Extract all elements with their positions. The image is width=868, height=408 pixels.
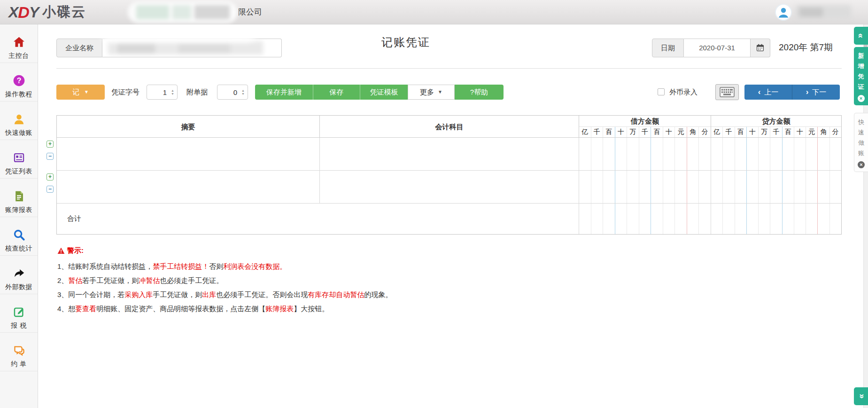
digit-col-百-2[interactable] [603,171,615,203]
digit-col-万-4[interactable] [627,138,639,170]
sidebar-item-audit-stats[interactable]: 核查统计 [0,217,38,256]
digit-col-千-5[interactable] [639,171,651,203]
new-voucher-label: 新增凭证 [854,51,868,92]
collapse-down-button[interactable]: « [854,387,868,405]
digit-col-万-4[interactable] [627,171,639,203]
digit-col-万-4[interactable] [759,171,770,203]
digit-col-亿-0[interactable] [711,138,723,170]
next-voucher-button[interactable]: › 下一 [792,85,840,100]
calendar-icon[interactable] [751,39,770,57]
previous-voucher-button[interactable]: ‹ 上一 [744,85,792,100]
more-dropdown[interactable]: 更多 ▼ [408,85,455,100]
close-icon[interactable]: × [858,95,865,102]
digit-col-亿-0[interactable] [579,138,591,170]
digit-col-分-10[interactable] [830,138,841,170]
digit-col-万-4[interactable] [759,138,770,170]
save-button[interactable]: 保存 [313,85,360,100]
quick-accounting-tab[interactable]: 快速做账 × [854,113,868,172]
digit-col-亿-0[interactable] [579,171,591,203]
debit-amount-cell[interactable] [579,171,711,203]
digit-col-千-5[interactable] [770,138,782,170]
digit-col-千-5[interactable] [639,138,651,170]
digit-col-百-6[interactable] [783,171,794,203]
voucher-template-button[interactable]: 凭证模板 [360,85,408,100]
digit-col-元-8[interactable] [675,138,687,170]
user-avatar-icon[interactable] [775,4,792,21]
digit-col-千-5[interactable] [770,171,782,203]
plus-icon[interactable]: + [46,173,54,180]
credit-total-cell [711,204,841,234]
digit-col-百-6[interactable] [783,138,794,170]
account-cell[interactable] [320,171,579,203]
credit-amount-cell[interactable] [711,138,841,170]
sidebar-item-voucher-list[interactable]: 凭证列表 [0,140,38,179]
voucher-type-dropdown[interactable]: 记 ▼ [56,85,105,100]
digit-col-千-1[interactable] [591,138,604,170]
digit-col-分-10[interactable] [830,171,841,203]
credit-digit-headers: 亿千百十万千百十元角分 [711,127,841,137]
plus-icon[interactable]: + [46,141,54,148]
keyboard-icon[interactable] [715,84,739,100]
close-icon[interactable]: × [858,161,865,168]
logo-text: 小碟云 [42,3,86,22]
caret-down-icon: ▼ [84,90,89,94]
digit-col-十-3[interactable] [747,171,759,203]
digit-col-分-10[interactable] [699,138,711,170]
digit-col-百-6[interactable] [651,171,663,203]
save-and-new-button[interactable]: 保存并新增 [255,85,313,100]
summary-cell[interactable] [57,171,320,203]
digit-col-十-7[interactable] [794,138,806,170]
sidebar-item-dashboard[interactable]: 主控台 [0,24,38,63]
digit-col-十-7[interactable] [794,171,806,203]
digit-col-十-7[interactable] [663,138,675,170]
digit-col-元-8[interactable] [806,171,818,203]
sidebar-item-orders[interactable]: 约 单 [0,333,38,371]
digit-col-百-2[interactable] [735,171,747,203]
sidebar-item-quick-accounting[interactable]: 快速做账 [0,102,38,140]
digit-col-百-6: 百 [783,127,794,137]
digit-col-百-2[interactable] [735,138,747,170]
digit-col-百-6[interactable] [651,138,663,170]
minus-icon[interactable]: − [46,186,54,193]
digit-col-十-3[interactable] [747,138,759,170]
sidebar-item-ledger-reports[interactable]: 账簿报表 [0,179,38,217]
digit-col-角-9[interactable] [687,138,699,170]
digit-col-角-9[interactable] [687,171,699,203]
digit-col-元-8[interactable] [675,171,687,203]
digit-col-角-9[interactable] [818,138,829,170]
sidebar-item-tax-filing[interactable]: 报 税 [0,294,38,333]
collapse-up-button[interactable]: « [854,27,868,45]
digit-col-千-1[interactable] [723,138,735,170]
digit-col-角-9[interactable] [818,171,829,203]
new-voucher-tab[interactable]: 新增凭证 × [854,47,868,105]
left-sidebar: 主控台 ? 操作教程 快速做账 凭证列表 账簿报表 核查统计 外部数据 [0,24,38,408]
digit-col-十-3[interactable] [615,138,628,170]
digit-col-千-1[interactable] [723,171,735,203]
digit-col-十-7[interactable] [663,171,675,203]
help-button[interactable]: ?帮助 [455,85,504,100]
sidebar-item-external-data[interactable]: 外部数据 [0,256,38,294]
stepper-arrows[interactable]: ▲▼ [240,89,248,95]
digit-col-千-1[interactable] [591,171,604,203]
redaction-smear [101,24,256,42]
account-cell[interactable] [320,138,579,170]
date-input[interactable]: 2020-07-31 [684,39,751,57]
digit-col-亿-0[interactable] [711,171,723,203]
digit-col-分-10[interactable] [699,171,711,203]
date-label: 日期 [652,39,684,57]
credit-amount-cell[interactable] [711,171,841,203]
minus-icon[interactable]: − [46,153,54,160]
summary-cell[interactable] [57,138,320,170]
voucher-no-stepper[interactable]: 1 ▲▼ [147,85,178,100]
digit-col-亿-0 [579,204,591,234]
attachments-stepper[interactable]: 0 ▲▼ [217,85,248,100]
digit-col-十-7: 十 [794,127,806,137]
digit-col-百-2[interactable] [603,138,615,170]
digit-col-元-8[interactable] [806,138,818,170]
sidebar-item-tutorial[interactable]: ? 操作教程 [0,63,38,102]
debit-amount-cell[interactable] [579,138,711,170]
digit-col-十-3[interactable] [615,171,628,203]
stepper-arrows[interactable]: ▲▼ [170,89,177,95]
col-credit: 贷方金额 [711,116,841,127]
foreign-currency-checkbox[interactable] [658,88,665,95]
